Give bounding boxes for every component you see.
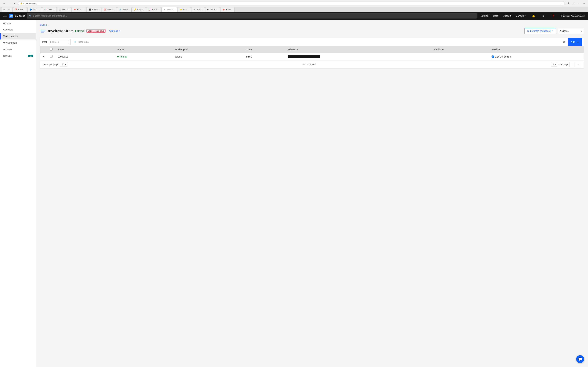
kubernetes-dashboard-btn[interactable]: Kubernetes dashboard ↗ <box>525 28 556 34</box>
worker-pool-col-header[interactable]: Worker pool <box>172 46 244 53</box>
sidebar-item-devops[interactable]: DevOps New <box>0 53 36 59</box>
search-container: 🔍 <box>27 13 477 18</box>
pagination: 1 ▾ 1 of page ‹ › <box>551 62 581 67</box>
select-all-checkbox[interactable] <box>50 48 52 50</box>
public-ip-col-header[interactable]: Public IP <box>431 46 489 53</box>
tab-carbon[interactable]: ⬛ Carbo... <box>87 7 101 12</box>
downloads-btn[interactable]: ⬇ <box>566 1 571 6</box>
version-cell: k 1.18.15_1538 ℹ <box>489 53 584 60</box>
svg-rect-1 <box>3 16 7 16</box>
start-favicon: ⭐ <box>180 8 182 11</box>
tab-youtube[interactable]: ▶ YouTu... <box>205 7 220 12</box>
sidebar-item-label-devops: DevOps <box>3 55 12 57</box>
browser-chrome: ⊞ ‹ › 🔒 cloud.ibm.com ↺ ⬇ ☆ ＋ ✕ ✉ Mail 📅… <box>0 0 588 12</box>
row-checkbox[interactable] <box>50 55 52 58</box>
tab-tutor[interactable]: 📖 Tutori... <box>42 7 56 12</box>
notifications-btn[interactable]: 🔔 <box>530 12 537 20</box>
tab-start[interactable]: ⭐ Start... <box>178 7 191 12</box>
tab-ibmo[interactable]: 🐙 IBM/o... <box>220 7 235 12</box>
actions-dropdown-btn[interactable]: Actions... ▾ <box>558 28 584 34</box>
manage-link[interactable]: Manage ▾ <box>513 12 528 20</box>
tab-calendar[interactable]: 📅 Calen... <box>13 7 27 12</box>
hamburger-btn[interactable] <box>3 14 7 18</box>
tab-https[interactable]: 🔗 https:/... <box>117 7 132 12</box>
main-content: Access Overview Worker nodes Worker pool… <box>0 20 588 367</box>
loading-favicon: ⭕ <box>104 8 106 11</box>
pool-select-wrapper[interactable]: Filter... ▾ <box>49 40 69 44</box>
tab-build[interactable]: 🏗 Build... <box>191 7 205 12</box>
tabs-favicon: 📌 <box>74 8 76 11</box>
table-settings-btn[interactable]: ⚙ <box>562 39 566 45</box>
apps-grid-btn[interactable]: ⊞ <box>539 12 547 20</box>
docs-link[interactable]: Docs <box>491 12 500 20</box>
tab-ibm[interactable]: 🔵 IBM L... <box>27 7 42 12</box>
items-count: 1–1 of 1 item <box>70 63 549 66</box>
next-page-btn[interactable]: › <box>576 62 581 67</box>
sidebar-item-worker-pools[interactable]: Worker pools <box>0 40 36 46</box>
tab-the-c[interactable]: ⬜ The C... <box>57 7 71 12</box>
sidebar-item-worker-nodes[interactable]: Worker nodes <box>0 33 36 40</box>
sidebar-item-overview[interactable]: Overview <box>0 26 36 33</box>
prev-page-btn[interactable]: ‹ <box>570 62 575 67</box>
per-page-select[interactable]: 25 ▾ <box>60 62 68 67</box>
browser-toolbar: ⊞ ‹ › 🔒 cloud.ibm.com ↺ ⬇ ☆ ＋ ✕ <box>0 0 588 7</box>
catalog-link[interactable]: Catalog <box>479 12 490 20</box>
version-info: k 1.18.15_1538 ℹ <box>492 55 581 58</box>
user-account-btn[interactable]: Kushagra Agarwal's Acco... <box>559 12 585 20</box>
more-btn[interactable]: ✕ <box>582 1 586 6</box>
tab-tabs[interactable]: 📌 Tabs –... <box>71 7 86 12</box>
ibm-logo-icon: IBM <box>9 14 13 18</box>
chat-btn[interactable]: 💬 <box>576 355 584 363</box>
mail-favicon: ✉ <box>3 8 6 11</box>
tab-crypto[interactable]: 🔑 Crypt... <box>132 7 146 12</box>
table-search-input[interactable] <box>78 41 558 43</box>
address-bar[interactable]: 🔒 cloud.ibm.com ↺ <box>18 1 565 5</box>
pool-chevron-icon: ▾ <box>58 41 59 43</box>
tab-loading[interactable]: ⭕ Loadin... <box>102 7 117 12</box>
items-per-page-label: Items per page: <box>43 63 59 66</box>
add-worker-btn[interactable]: Add ＋ <box>568 38 582 46</box>
private-ip-col-header[interactable]: Private IP <box>285 46 431 53</box>
tab-myclust[interactable]: ☁ myclust... <box>161 7 177 12</box>
version-col-header[interactable]: Version <box>489 46 584 53</box>
expand-row-btn[interactable]: ▾ <box>43 55 45 58</box>
data-table: Name Status Worker pool Zone Private IP … <box>40 46 584 60</box>
chat-icon: 💬 <box>578 357 582 361</box>
new-tab-btn[interactable]: ＋ <box>577 1 581 6</box>
expand-cell: ▾ <box>40 53 47 60</box>
add-tags-btn[interactable]: Add tags ✏ <box>107 29 122 33</box>
tab-ibmvi[interactable]: 📊 IBM Vi... <box>146 7 161 12</box>
ibmvi-favicon: 📊 <box>148 8 151 11</box>
lock-icon: 🔒 <box>20 2 23 4</box>
tab-mail[interactable]: ✉ Mail <box>1 7 12 12</box>
devops-badge: New <box>28 55 33 57</box>
expand-col-header <box>40 46 47 53</box>
sidebar-item-add-ons[interactable]: Add-ons <box>0 46 36 53</box>
bookmark-btn[interactable]: ☆ <box>571 1 576 6</box>
sidebar-item-access[interactable]: Access <box>0 20 36 26</box>
search-icon: 🔍 <box>29 15 32 17</box>
sidebar-toggle-btn[interactable]: ⊞ <box>2 1 6 6</box>
page-title: mycluster-free <box>48 29 73 33</box>
support-link[interactable]: Support <box>501 12 513 20</box>
breadcrumb-clusters-link[interactable]: Clusters <box>40 24 47 26</box>
carbon-favicon: ⬛ <box>89 8 91 11</box>
public-ip-cell <box>431 53 489 60</box>
back-btn[interactable]: ‹ <box>7 1 11 6</box>
table-row: ▾ 00000012 Normal <box>40 53 584 60</box>
page-select[interactable]: 1 ▾ <box>551 62 557 67</box>
thec-favicon: ⬜ <box>59 8 61 11</box>
https-favicon: 🔗 <box>119 8 121 11</box>
name-col-header[interactable]: Name <box>55 46 115 53</box>
forward-btn[interactable]: › <box>12 1 17 6</box>
zone-col-header[interactable]: Zone <box>244 46 285 53</box>
page-info: 1 of page <box>559 63 568 66</box>
help-btn[interactable]: ❓ <box>549 12 557 20</box>
version-info-icon[interactable]: ℹ <box>510 55 511 58</box>
reload-icon[interactable]: ↺ <box>561 2 562 5</box>
ibmo-favicon: 🐙 <box>223 8 225 11</box>
global-search-input[interactable] <box>27 13 477 18</box>
sidebar-item-label-worker-nodes: Worker nodes <box>3 35 17 38</box>
status-col-header[interactable]: Status <box>115 46 172 53</box>
per-page-value: 25 <box>61 63 64 66</box>
